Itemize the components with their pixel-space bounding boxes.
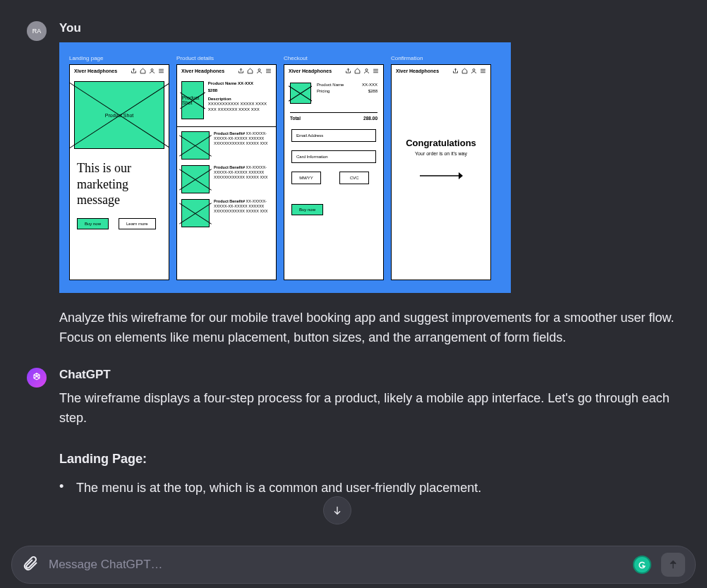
user-icon — [256, 68, 262, 74]
wf-co-total-label: Total — [290, 116, 301, 121]
wf-co-price-label: Pricing — [317, 89, 330, 93]
assistant-bullet: The menu is at the top, which is a commo… — [59, 479, 680, 498]
arrow-right-icon — [392, 172, 490, 180]
wf-checkout-thumb — [290, 83, 311, 104]
wf-co-name-label: Product Name — [317, 83, 344, 87]
wf-topbar-icons — [452, 68, 486, 74]
assistant-section-heading: Landing Page: — [59, 450, 680, 469]
wf-benefit-label: Product Benefit# — [214, 199, 245, 203]
wf-label-checkout: Checkout — [284, 55, 384, 61]
user-message: RA You Landing page Xiver Headphones — [27, 21, 680, 348]
wf-label-confirm: Confirmation — [391, 55, 491, 61]
wf-product-price: $288 — [208, 88, 272, 94]
wf-benefit-thumb — [181, 199, 210, 227]
wf-product-name-label: Product Name — [208, 81, 237, 85]
svg-point-1 — [258, 69, 260, 71]
svg-point-2 — [365, 69, 368, 71]
wf-brand: Xiver Headphones — [396, 68, 439, 73]
wf-brand: Xiver Headphones — [74, 68, 117, 73]
wf-co-name-value: XX-XXX — [362, 83, 377, 87]
wf-screen-confirm: Xiver Headphones Congratulations Your or… — [391, 64, 491, 280]
attach-button[interactable] — [22, 555, 39, 575]
wf-brand: Xiver Headphones — [289, 68, 332, 73]
wf-product-shot: Product Shot — [181, 81, 204, 119]
share-icon — [452, 68, 459, 74]
wf-brand: Xiver Headphones — [181, 68, 224, 73]
wf-co-total-value: 288.00 — [363, 116, 377, 121]
message-input[interactable] — [49, 558, 623, 572]
wf-product-name-value: XX-XXX — [238, 81, 253, 85]
wf-label-landing: Landing page — [69, 55, 169, 61]
wf-topbar-icons — [238, 68, 272, 74]
svg-point-3 — [473, 69, 475, 71]
wf-hero-caption: Product Shot — [75, 82, 164, 148]
menu-icon — [158, 68, 164, 74]
home-icon — [461, 68, 468, 74]
assistant-avatar — [27, 368, 47, 388]
attached-wireframe[interactable]: Landing page Xiver Headphones — [59, 42, 511, 293]
wf-learn-more-button: Learn more — [119, 218, 156, 229]
wf-cvc-field: CVC — [339, 172, 369, 184]
home-icon — [140, 68, 146, 74]
menu-icon — [265, 68, 272, 74]
wf-buy-now-button: Buy now — [77, 218, 109, 229]
wf-confirm-subtitle: Your order is on it's way — [392, 151, 490, 156]
wf-email-field: Email Address — [291, 129, 376, 142]
openai-logo-icon — [31, 372, 42, 383]
wf-product-shot-caption: Product Shot — [182, 82, 203, 119]
wf-desc-label: Description — [208, 97, 231, 101]
menu-icon — [373, 68, 379, 74]
wf-desc-body: XXXXXXXXXXX XXXXX XXXX XXX XXXXXXX XXXX … — [208, 102, 267, 112]
composer — [11, 546, 696, 584]
wf-benefit-label: Product Benefit# — [214, 131, 245, 136]
share-icon — [345, 68, 351, 74]
user-icon — [363, 68, 370, 74]
wf-co-price-value: $288 — [368, 89, 377, 93]
wf-screen-checkout: Xiver Headphones Product NameX — [284, 64, 384, 280]
wf-exp-field: MM/YY — [291, 172, 321, 184]
wf-benefit-thumb — [181, 131, 210, 160]
assistant-intro: The wireframe displays a four-step proce… — [59, 389, 680, 428]
svg-marker-5 — [459, 172, 463, 179]
share-icon — [238, 68, 244, 74]
wf-label-product: Product details — [176, 55, 277, 61]
share-icon — [131, 68, 137, 74]
grammarly-icon — [637, 560, 647, 570]
send-button[interactable] — [661, 553, 685, 577]
wf-checkout-buy-button: Buy now — [291, 204, 323, 215]
scroll-to-bottom-button[interactable] — [323, 496, 351, 524]
home-icon — [354, 68, 361, 74]
user-avatar: RA — [27, 21, 47, 41]
wf-card-field: Card Information — [291, 150, 376, 163]
arrow-up-icon — [667, 559, 679, 570]
svg-point-0 — [151, 69, 153, 71]
home-icon — [247, 68, 253, 74]
grammarly-badge[interactable] — [633, 556, 651, 574]
wf-topbar-icons — [131, 68, 164, 74]
user-icon — [149, 68, 155, 74]
assistant-sender-label: ChatGPT — [59, 368, 680, 382]
user-icon — [471, 68, 477, 74]
assistant-message: ChatGPT The wireframe displays a four-st… — [27, 368, 680, 499]
wf-screen-landing: Xiver Headphones Product Shot This is — [69, 64, 169, 280]
wf-benefit-label: Product Benefit# — [214, 165, 245, 169]
wf-benefit-thumb — [181, 165, 210, 193]
wf-topbar-icons — [345, 68, 379, 74]
wf-confirm-title: Congratulations — [392, 138, 490, 148]
user-prompt-text: Analyze this wireframe for our mobile tr… — [59, 308, 680, 348]
wf-hero-placeholder: Product Shot — [74, 81, 164, 149]
wf-screen-product: Xiver Headphones Product Shot — [176, 64, 277, 280]
arrow-down-icon — [332, 505, 343, 516]
wf-marketing-message: This is our marketing message — [70, 149, 169, 208]
user-sender-label: You — [59, 21, 680, 35]
paperclip-icon — [22, 555, 39, 572]
menu-icon — [480, 68, 486, 74]
